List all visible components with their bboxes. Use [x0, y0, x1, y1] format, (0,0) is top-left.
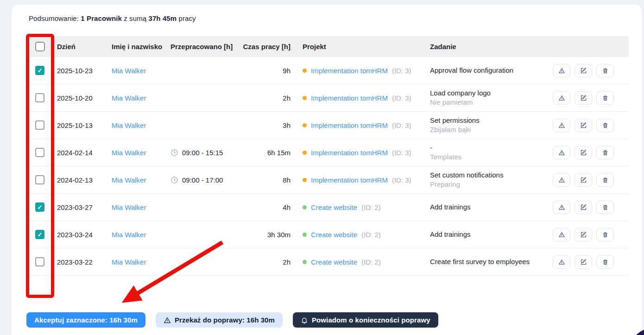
- task-note: Nie pamietam: [430, 98, 544, 107]
- report-issue-button[interactable]: [553, 228, 570, 241]
- trash-icon: [602, 95, 609, 101]
- project-link[interactable]: Create website: [311, 203, 357, 211]
- task-title: Set custom notifications: [430, 171, 544, 180]
- select-all-checkbox[interactable]: [35, 42, 45, 51]
- trash-icon: [602, 204, 609, 211]
- project-link[interactable]: Implementation tomHRM: [311, 149, 388, 157]
- edit-button[interactable]: [575, 201, 592, 214]
- project-link[interactable]: Create website: [311, 231, 357, 239]
- worked-range: 09:00 - 15:15: [182, 149, 223, 157]
- trash-icon: [602, 177, 609, 183]
- project-cell: Create website (ID: 2): [297, 203, 424, 211]
- notify-revision-label: Powiadom o konieczności poprawy: [312, 316, 430, 324]
- work-time-cell: 8h: [241, 176, 297, 184]
- row-actions: [544, 228, 629, 241]
- row-checkbox[interactable]: [35, 257, 44, 266]
- worked-cell: 09:00 - 15:15: [164, 149, 241, 157]
- delete-button[interactable]: [596, 255, 614, 269]
- project-link[interactable]: Implementation tomHRM: [311, 121, 388, 129]
- delete-button[interactable]: [596, 228, 614, 241]
- summary-total: 37h 45m: [148, 14, 177, 22]
- warning-icon: [558, 122, 565, 129]
- edit-icon: [580, 259, 587, 265]
- report-issue-button[interactable]: [553, 173, 570, 187]
- work-time-cell: 3h 30m: [241, 231, 297, 239]
- day-cell: 2025-10-20: [51, 94, 106, 102]
- task-cell: Add trainings: [424, 230, 544, 239]
- accept-selected-button[interactable]: Akceptuj zaznaczone: 16h 30m: [26, 312, 145, 328]
- edit-button[interactable]: [575, 173, 592, 187]
- row-checkbox-cell: [29, 93, 51, 102]
- delete-button[interactable]: [596, 64, 614, 77]
- table-row: 2025-10-20 Mia Walker 2h Implementation …: [29, 84, 629, 112]
- employee-name-link[interactable]: Mia Walker: [106, 231, 164, 239]
- delete-button[interactable]: [596, 201, 614, 214]
- accept-selected-label: Akceptuj zaznaczone: 16h 30m: [34, 316, 138, 324]
- worklog-table: Dzień Imię i nazwisko Przepracowano [h] …: [29, 36, 629, 276]
- task-cell: Add trainings: [424, 202, 544, 212]
- project-cell: Implementation tomHRM (ID: 3): [297, 121, 424, 129]
- employee-name-link[interactable]: Mia Walker: [106, 203, 164, 211]
- delete-button[interactable]: [596, 146, 614, 159]
- edit-button[interactable]: [575, 228, 592, 241]
- project-cell: Create website (ID: 2): [297, 231, 424, 239]
- row-checkbox[interactable]: [35, 175, 44, 184]
- report-issue-button[interactable]: [553, 146, 570, 159]
- day-cell: 2023-03-27: [51, 203, 106, 211]
- row-checkbox[interactable]: [35, 66, 44, 75]
- day-cell: 2023-03-24: [51, 231, 106, 239]
- edit-button[interactable]: [575, 119, 592, 132]
- employee-name-link[interactable]: Mia Walker: [106, 121, 164, 129]
- report-issue-button[interactable]: [553, 64, 570, 77]
- day-cell: 2025-10-23: [51, 67, 106, 75]
- warning-icon: [558, 95, 565, 101]
- row-checkbox[interactable]: [35, 148, 44, 157]
- project-status-dot: [303, 96, 307, 100]
- delete-button[interactable]: [596, 91, 614, 105]
- work-time-cell: 2h: [241, 258, 297, 266]
- delete-button[interactable]: [596, 173, 614, 187]
- project-cell: Create website (ID: 2): [297, 258, 424, 266]
- employee-name-link[interactable]: Mia Walker: [106, 94, 164, 102]
- row-checkbox[interactable]: [35, 230, 44, 239]
- report-issue-button[interactable]: [553, 119, 570, 132]
- warning-icon: [558, 259, 565, 265]
- edit-button[interactable]: [575, 255, 592, 269]
- edit-icon: [580, 122, 587, 129]
- delete-button[interactable]: [596, 119, 614, 132]
- project-link[interactable]: Create website: [311, 258, 357, 266]
- summary-suffix: pracy: [179, 14, 196, 22]
- employee-name-link[interactable]: Mia Walker: [106, 258, 164, 266]
- bell-icon: [301, 316, 308, 324]
- table-header-row: Dzień Imię i nazwisko Przepracowano [h] …: [29, 36, 629, 57]
- edit-button[interactable]: [575, 146, 592, 159]
- report-issue-button[interactable]: [553, 255, 570, 269]
- employee-name-link[interactable]: Mia Walker: [106, 176, 164, 184]
- project-link[interactable]: Implementation tomHRM: [311, 94, 388, 102]
- task-title: Load company logo: [430, 88, 544, 98]
- edit-icon: [580, 177, 587, 183]
- header-project: Projekt: [297, 43, 424, 51]
- edit-button[interactable]: [575, 64, 592, 77]
- edit-button[interactable]: [575, 91, 592, 105]
- task-title: Create first survey to employees: [430, 257, 544, 266]
- edit-icon: [580, 149, 587, 156]
- project-link[interactable]: Implementation tomHRM: [311, 67, 388, 75]
- task-title: Approval flow configuration: [430, 66, 544, 75]
- notify-revision-button[interactable]: Powiadom o konieczności poprawy: [293, 312, 438, 328]
- report-issue-button[interactable]: [553, 201, 570, 214]
- send-to-revision-button[interactable]: Przekaż do poprawy: 16h 30m: [156, 312, 283, 328]
- row-actions: [544, 64, 629, 77]
- day-cell: 2025-10-13: [51, 121, 106, 129]
- report-issue-button[interactable]: [553, 91, 570, 105]
- row-checkbox[interactable]: [35, 120, 44, 130]
- employee-name-link[interactable]: Mia Walker: [106, 67, 164, 75]
- row-actions: [544, 146, 629, 159]
- work-time-cell: 9h: [241, 67, 297, 75]
- row-checkbox[interactable]: [35, 202, 44, 212]
- project-status-dot: [303, 151, 307, 155]
- row-checkbox[interactable]: [35, 93, 44, 102]
- employee-name-link[interactable]: Mia Walker: [106, 149, 164, 157]
- project-link[interactable]: Implementation tomHRM: [311, 176, 388, 184]
- row-actions: [544, 201, 629, 214]
